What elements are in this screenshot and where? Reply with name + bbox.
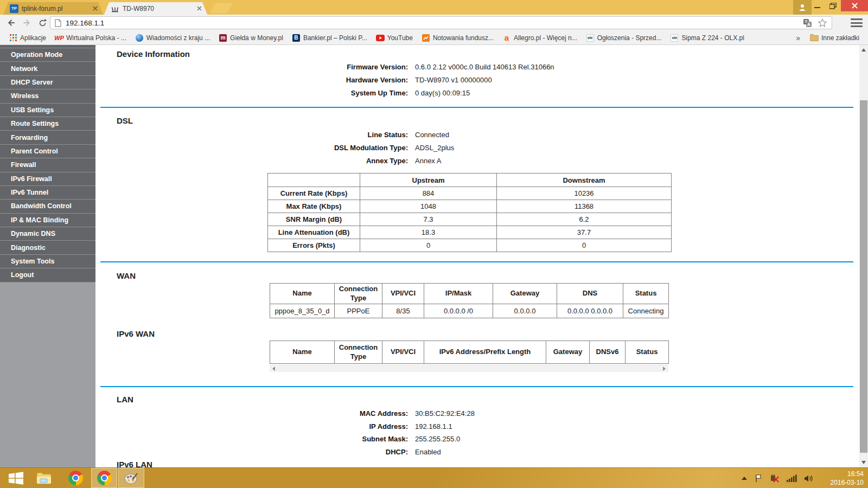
- signal-strength-icon[interactable]: [787, 474, 797, 482]
- address-bar[interactable]: 192.168.1.1: [50, 16, 832, 29]
- wp-icon: WP: [55, 34, 63, 42]
- section-title-ipv6-wan: IPv6 WAN: [117, 329, 155, 338]
- bankier-icon: B: [292, 34, 301, 42]
- sidebar-item-forwarding[interactable]: Forwarding: [0, 131, 95, 144]
- info-label: Line Status:: [95, 131, 408, 139]
- sidebar-item-parent-control[interactable]: Parent Control: [0, 145, 95, 158]
- taskbar-clock[interactable]: 16:54 2016-03-10: [831, 470, 864, 487]
- scrollbar-thumb[interactable]: [860, 100, 867, 453]
- sidebar-item-ipv6-tunnel[interactable]: IPv6 Tunnel: [0, 186, 95, 200]
- table-row: Errors (Pkts)00: [268, 239, 672, 252]
- tab-tplink-forum[interactable]: TP tplink-forum.pl: [3, 2, 103, 15]
- globe-icon: [135, 34, 144, 42]
- sidebar-item-wireless[interactable]: Wireless: [0, 89, 95, 103]
- info-value: Annex A: [415, 157, 441, 165]
- section-title-device-information: Device Information: [117, 49, 190, 59]
- section-title-dsl: DSL: [117, 116, 133, 125]
- router-favicon-icon: [111, 4, 119, 13]
- page-icon: [55, 19, 61, 27]
- translate-icon[interactable]: [803, 18, 812, 28]
- bookmark-youtube[interactable]: YouTube: [376, 34, 413, 42]
- person-icon: [798, 3, 807, 12]
- sidebar-item-dhcp-server[interactable]: DHCP Server: [0, 76, 95, 89]
- sidebar-item-network[interactable]: Network: [0, 62, 95, 75]
- forward-button[interactable]: [21, 16, 34, 29]
- folder-icon: [36, 472, 52, 485]
- router-sidebar: Operation Mode Network DHCP Server Wirel…: [0, 45, 95, 467]
- file-explorer-button[interactable]: [31, 468, 56, 488]
- vertical-scrollbar[interactable]: [859, 45, 868, 467]
- paint-taskbar-button[interactable]: [118, 468, 144, 488]
- back-button[interactable]: [4, 16, 17, 29]
- sidebar-item-ipv6-firewall[interactable]: IPv6 Firewall: [0, 172, 95, 186]
- reload-button[interactable]: [36, 16, 49, 29]
- bookmark-star-icon[interactable]: [818, 18, 827, 28]
- bookmark-olx-ogloszenia[interactable]: olx Ogłoszenia - Sprzed...: [586, 34, 662, 42]
- tab-td-w8970[interactable]: TD-W8970: [104, 2, 207, 15]
- tab-close-icon[interactable]: [197, 6, 202, 11]
- scroll-left-icon[interactable]: [272, 367, 275, 371]
- table-row: Current Rate (Kbps)88410236: [268, 187, 672, 200]
- bookmark-money-pl[interactable]: m Giełda w Money.pl: [219, 34, 283, 42]
- sidebar-item-system-tools[interactable]: System Tools: [0, 255, 95, 268]
- info-value: 255.255.255.0: [415, 435, 460, 443]
- folder-icon: [810, 34, 819, 42]
- section-divider: [100, 386, 853, 387]
- action-center-flag-icon[interactable]: [754, 474, 763, 483]
- network-disconnected-icon[interactable]: [770, 474, 780, 483]
- info-label: MAC Address:: [95, 409, 408, 418]
- tray-expand-icon[interactable]: [742, 477, 747, 480]
- bookmark-bankier[interactable]: B Bankier.pl – Polski P...: [292, 34, 367, 42]
- clock-date: 2016-03-10: [831, 478, 864, 487]
- status-page: Device Information Firmware Version:0.6.…: [95, 45, 859, 467]
- profile-button[interactable]: [793, 0, 812, 15]
- bookmark-olx-sipma[interactable]: olx Sipma Z 224 - OLX.pl: [670, 34, 744, 42]
- chrome-taskbar-button[interactable]: [63, 468, 88, 488]
- bookmark-wirtualna-polska[interactable]: WP Wirtualna Polska - ...: [55, 34, 126, 42]
- windows-logo-icon: [9, 472, 23, 485]
- sidebar-item-ip-mac-binding[interactable]: IP & MAC Binding: [0, 214, 95, 227]
- scroll-right-icon[interactable]: [663, 367, 666, 371]
- info-label: Hardware Version:: [95, 76, 408, 84]
- info-value: ADSL_2plus: [415, 144, 454, 152]
- browser-toolbar: 192.168.1.1: [0, 15, 868, 31]
- sidebar-item-bandwidth-control[interactable]: Bandwidth Control: [0, 200, 95, 213]
- bookmark-allegro[interactable]: a Allegro.pl - Więcej n...: [502, 34, 577, 42]
- chrome-active-taskbar-button[interactable]: [91, 468, 117, 488]
- tab-close-icon[interactable]: [93, 6, 98, 11]
- info-value: TD-W8970 v1 00000000: [415, 76, 492, 84]
- start-button[interactable]: [3, 468, 28, 488]
- section-divider: [100, 107, 853, 108]
- info-value: Connected: [415, 131, 449, 139]
- sidebar-item-dynamic-dns[interactable]: Dynamic DNS: [0, 227, 95, 241]
- table-row: Line Attenuation (dB)18.337.7: [268, 226, 672, 239]
- volume-icon[interactable]: [804, 474, 814, 483]
- browser-titlebar: TP tplink-forum.pl TD-W8970: [0, 0, 868, 15]
- sidebar-item-diagnostic[interactable]: Diagnostic: [0, 241, 95, 254]
- sidebar-item-logout[interactable]: Logout: [0, 268, 95, 282]
- maximize-button[interactable]: [825, 0, 841, 11]
- new-tab-button[interactable]: [210, 3, 233, 13]
- scroll-down-icon[interactable]: [861, 461, 866, 464]
- close-button[interactable]: [841, 0, 868, 11]
- paint-icon: [124, 471, 139, 485]
- youtube-icon: [376, 34, 385, 42]
- horizontal-scrollbar[interactable]: [270, 364, 668, 372]
- sidebar-item-firewall[interactable]: Firewall: [0, 158, 95, 172]
- sidebar-item-operation-mode[interactable]: Operation Mode: [0, 48, 95, 62]
- tplink-favicon: TP: [10, 4, 18, 13]
- clock-time: 16:54: [831, 470, 864, 478]
- bookmark-apps[interactable]: Aplikacje: [9, 34, 46, 42]
- scroll-up-icon[interactable]: [861, 48, 866, 52]
- sidebar-item-route-settings[interactable]: Route Settings: [0, 117, 95, 131]
- allegro-icon: a: [502, 34, 511, 42]
- bookmark-notowania[interactable]: Notowania fundusz...: [422, 34, 494, 42]
- chrome-menu-icon[interactable]: [851, 18, 863, 27]
- table-row: SNR Margin (dB)7.36.2: [268, 213, 672, 226]
- sidebar-item-usb-settings[interactable]: USB Settings: [0, 104, 95, 117]
- other-bookmarks-button[interactable]: Inne zakładki: [810, 34, 859, 42]
- bookmarks-overflow-chevron[interactable]: »: [796, 34, 800, 42]
- minimize-button[interactable]: [809, 0, 825, 11]
- url-text[interactable]: 192.168.1.1: [66, 19, 803, 27]
- bookmark-wiadomosci[interactable]: Wiadomości z kraju ...: [135, 34, 210, 42]
